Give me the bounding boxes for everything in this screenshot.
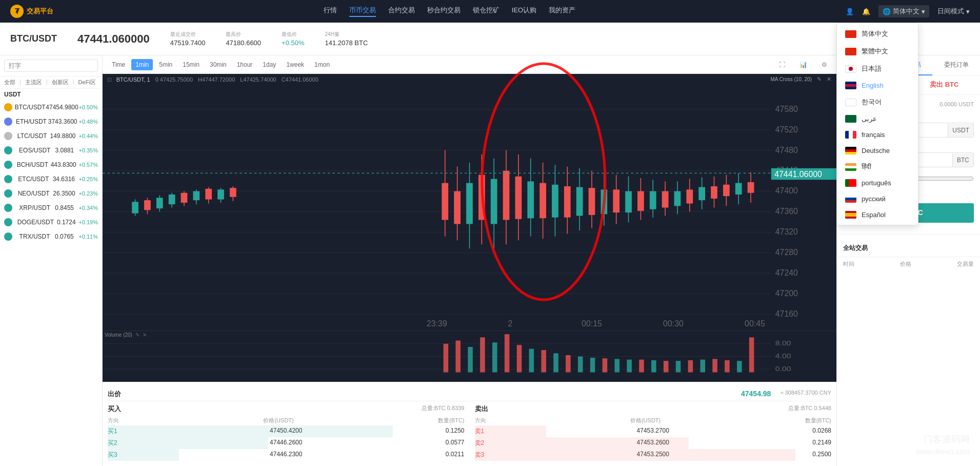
market-list-item[interactable]: ETH/USDT 3743.3600 +0.48% — [0, 114, 102, 129]
lang-item-kr[interactable]: 한국어 — [837, 93, 918, 111]
language-selector[interactable]: 🌐 简体中文 ▾ — [878, 5, 929, 17]
pair-name: ETC/USDT — [18, 176, 49, 183]
main-layout: 全部 | 主流区 | 创新区 | DeFi区 USDT BTC/USDT 474… — [0, 55, 980, 466]
svg-rect-43 — [454, 191, 461, 224]
tf-15min[interactable]: 15min — [178, 59, 204, 70]
pair-change: +0.44% — [78, 133, 98, 139]
nav-item-futures[interactable]: 合约交易 — [388, 6, 415, 17]
fullscreen-icon[interactable]: ⛶ — [775, 59, 789, 70]
volume-edit-icon[interactable]: ✎ — [135, 332, 139, 338]
tf-1hour[interactable]: 1hour — [233, 59, 257, 70]
ma-edit-icon[interactable]: ✎ — [817, 76, 822, 83]
tf-1mon[interactable]: 1mon — [310, 59, 334, 70]
nav-item-spot[interactable]: 币币交易 — [349, 6, 376, 17]
volume-close-icon[interactable]: ✕ — [143, 332, 147, 338]
nav-item-mining[interactable]: 锁仓挖矿 — [473, 6, 499, 17]
svg-text:00:45: 00:45 — [745, 319, 765, 328]
ask-qty: 0.0268 — [712, 427, 831, 436]
svg-rect-118 — [590, 358, 595, 372]
tab-mainstream[interactable]: 主流区 — [25, 79, 42, 86]
tab-innovation[interactable]: 创新区 — [52, 79, 69, 86]
svg-rect-128 — [712, 359, 717, 372]
change-value: +0.50% — [282, 39, 304, 47]
candle-group — [132, 150, 754, 249]
svg-rect-31 — [181, 193, 188, 203]
lang-item-cn[interactable]: 简体中文 — [837, 25, 918, 43]
market-list-item[interactable]: DOGE/USDT 0.1724 +0.19% — [0, 215, 102, 229]
svg-rect-67 — [601, 189, 607, 214]
lang-item-fr[interactable]: français — [837, 127, 918, 143]
tf-1day[interactable]: 1day — [258, 59, 280, 70]
flag-ar — [845, 115, 856, 123]
tab-all[interactable]: 全部 — [4, 79, 15, 86]
ob-sell-column: 卖出 总量:BTC 0.5448 方向 价格(USDT) 数量(BTC) 卖1 … — [475, 404, 832, 461]
ask-row: 卖1 47453.2700 0.0268 — [475, 425, 832, 437]
coin-icon — [4, 232, 12, 241]
flag-cn — [845, 30, 856, 38]
search-input[interactable] — [4, 60, 98, 72]
svg-rect-61 — [564, 186, 571, 218]
lang-item-ru[interactable]: русский — [837, 191, 918, 207]
tf-1min[interactable]: 1min — [131, 59, 153, 70]
lang-item-pt[interactable]: português — [837, 175, 918, 191]
trading-pair[interactable]: BTC/USDT — [10, 33, 57, 44]
svg-rect-91 — [748, 182, 754, 193]
nav-item-ieo[interactable]: IEO认购 — [512, 6, 536, 17]
coin-icon — [4, 204, 12, 212]
nav-item-market[interactable]: 行情 — [324, 6, 337, 17]
bid-direction: 买1 — [108, 427, 227, 436]
settings-icon[interactable]: ⚙ — [817, 59, 831, 70]
lang-item-jp[interactable]: 日本語 — [837, 60, 918, 77]
indicator-icon[interactable]: 📊 — [795, 59, 811, 70]
user-icon[interactable]: 👤 — [846, 8, 854, 15]
tf-5min[interactable]: 5min — [155, 59, 176, 70]
coin-icon — [4, 132, 12, 140]
tf-time[interactable]: Time — [108, 59, 129, 70]
lang-item-ar[interactable]: عربى — [837, 111, 918, 127]
pair-price: 149.8800 — [50, 132, 75, 140]
logo-icon: ₮ — [10, 5, 24, 18]
tab-orders[interactable]: 委托订单 — [932, 55, 980, 75]
tab-defi[interactable]: DeFi区 — [78, 79, 96, 86]
svg-rect-35 — [205, 189, 212, 200]
nav-item-second-futures[interactable]: 秒合约交易 — [427, 6, 461, 17]
pair-name: XRP/USDT — [19, 204, 50, 211]
ask-price: 47453.2600 — [593, 439, 712, 448]
market-list-item[interactable]: XRP/USDT 0.8455 +0.34% — [0, 201, 102, 215]
lang-item-de[interactable]: Deutsche — [837, 143, 918, 159]
svg-rect-127 — [700, 360, 705, 373]
lang-item-en[interactable]: English — [837, 77, 918, 93]
logo[interactable]: ₮ 交易平台 — [10, 5, 53, 18]
center-area: Time 1min 5min 15min 30min 1hour 1day 1w… — [103, 55, 836, 466]
lang-item-in[interactable]: हिंदी — [837, 159, 918, 175]
lang-item-tw[interactable]: 繁體中文 — [837, 43, 918, 60]
market-list-item[interactable]: NEO/USDT 26.3500 +0.23% — [0, 186, 102, 201]
sell-tab[interactable]: 卖出 BTC — [909, 76, 981, 94]
svg-rect-49 — [491, 179, 497, 224]
market-list-item[interactable]: BTC/USDT 47454.9800 +0.50% — [0, 100, 102, 114]
market-list-item[interactable]: BCH/USDT 443.8300 +0.57% — [0, 158, 102, 172]
svg-rect-130 — [737, 361, 742, 372]
ob-cny-price: ≈ 308457.3700 CNY — [780, 390, 831, 399]
language-dropdown: 简体中文 繁體中文 日本語 English 한국어 عربى français — [836, 23, 918, 225]
bids-container: 买1 47450.4200 0.1250 买2 47446.2600 0.057… — [108, 425, 465, 461]
market-list-item[interactable]: LTC/USDT 149.8800 +0.44% — [0, 129, 102, 143]
tf-30min[interactable]: 30min — [206, 59, 231, 70]
nav-item-assets[interactable]: 我的资产 — [549, 6, 575, 17]
coin-icon — [4, 146, 12, 154]
bell-icon[interactable]: 🔔 — [862, 8, 870, 15]
tf-1week[interactable]: 1week — [282, 59, 308, 70]
high-value: 47519.7400 — [170, 39, 206, 47]
all-trades-title: 全站交易 — [837, 240, 980, 257]
theme-toggle[interactable]: 日间模式 ▾ — [937, 7, 970, 16]
market-list-item[interactable]: TRX/USDT 0.0765 +0.11% — [0, 229, 102, 244]
market-list-item[interactable]: ETC/USDT 34.6316 +0.25% — [0, 172, 102, 186]
market-list-item[interactable]: EOS/USDT 3.0881 +0.35% — [0, 143, 102, 158]
lang-en-label: English — [862, 82, 884, 89]
svg-rect-114 — [541, 350, 546, 372]
ma-close-icon[interactable]: ✕ — [827, 76, 831, 83]
bid-price: 47446.2300 — [227, 451, 346, 459]
svg-rect-106 — [444, 344, 449, 373]
bid-price: 47446.2600 — [227, 439, 346, 448]
lang-item-es[interactable]: Español — [837, 207, 918, 223]
